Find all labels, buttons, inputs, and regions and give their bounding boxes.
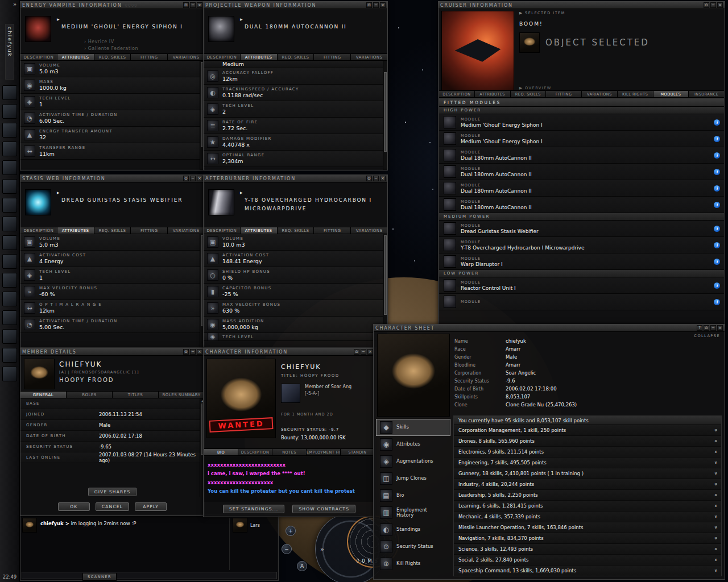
skill-group-row[interactable]: Leadership, 5 skills, 2,250 points »: [454, 490, 721, 501]
minimize-icon[interactable]: −: [190, 2, 196, 8]
tab-description[interactable]: DESCRIPTION: [204, 54, 241, 60]
scrollbar-thumb[interactable]: [384, 235, 387, 315]
scrollbar[interactable]: [383, 61, 387, 170]
autocannon-item-icon[interactable]: [208, 16, 234, 42]
expand-chevron-icon[interactable]: »: [713, 515, 719, 518]
nav-item[interactable]: ◐ Standings: [376, 521, 450, 538]
window-titlebar[interactable]: CHARACTER SHEET ? ⊙ − ×: [374, 325, 725, 332]
tab-roles[interactable]: ROLES: [67, 392, 113, 398]
show-contracts-button[interactable]: SHOW CONTRACTS: [292, 505, 355, 513]
tab-modules[interactable]: MODULES: [653, 91, 689, 97]
minimize-icon[interactable]: −: [361, 349, 366, 355]
module-row[interactable]: MODULE Warp Disruptor I i: [439, 253, 724, 270]
skill-group-row[interactable]: Missile Launcher Operation, 7 skills, 16…: [454, 522, 721, 533]
minimize-icon[interactable]: −: [190, 176, 196, 181]
info-icon[interactable]: i: [714, 202, 720, 208]
neocom-character-name[interactable]: chiefyuk: [5, 24, 14, 80]
pin-icon[interactable]: ⊙: [183, 2, 189, 8]
nav-item[interactable]: ▤ Bio: [376, 487, 450, 504]
character-portrait[interactable]: WANTED: [206, 359, 276, 438]
nav-item[interactable]: ⊕ Kill Rights: [376, 555, 450, 572]
pin-icon[interactable]: ⊙: [183, 349, 189, 355]
tab-variations[interactable]: VARIATIONS: [582, 91, 618, 97]
expand-arrow-icon[interactable]: ▶: [57, 17, 60, 21]
stasis-webifier-item-icon[interactable]: [25, 189, 51, 215]
module-row-partial[interactable]: MODULE i: [439, 294, 724, 310]
chat-member[interactable]: Lars: [233, 518, 277, 533]
expand-chevron-icon[interactable]: »: [713, 504, 719, 508]
nav-item[interactable]: ⊙ Security Status: [376, 538, 450, 555]
set-standings-button[interactable]: SET STANDINGS...: [223, 505, 285, 513]
nav-item[interactable]: ◆ Skills: [376, 419, 450, 436]
member-avatar[interactable]: [233, 518, 247, 533]
window-titlebar[interactable]: CRUISER INFORMATION ⊙ − ×: [439, 2, 725, 9]
cancel-button[interactable]: CANCEL: [96, 502, 129, 511]
skill-group-row[interactable]: Mechanic, 4 skills, 357,339 points »: [454, 512, 721, 522]
character-portrait[interactable]: [377, 334, 450, 417]
info-icon[interactable]: i: [714, 226, 720, 232]
module-row[interactable]: MODULE Medium 'Ghoul' Energy Siphon I i: [439, 114, 724, 131]
info-icon[interactable]: i: [714, 242, 720, 248]
tab-description[interactable]: DESCRIPTION: [20, 54, 57, 60]
skill-group-row[interactable]: Spaceship Command, 13 skills, 1,669,030 …: [454, 566, 721, 576]
skill-group-row[interactable]: Gunnery, 18 skills, 2,410,801 points ( 1…: [454, 468, 721, 479]
expand-chevron-icon[interactable]: »: [713, 526, 719, 529]
tab-general[interactable]: GENERAL: [20, 392, 67, 398]
apply-button[interactable]: APPLY: [135, 502, 167, 511]
info-icon[interactable]: i: [714, 136, 720, 142]
help-icon[interactable]: ?: [697, 325, 702, 331]
member-portrait[interactable]: [24, 359, 55, 389]
expand-chevron-icon[interactable]: »: [713, 472, 719, 475]
expand-chevron-icon[interactable]: »: [713, 450, 719, 454]
info-icon[interactable]: i: [714, 185, 720, 192]
expand-chevron-icon[interactable]: »: [713, 461, 719, 464]
expand-chevron-icon[interactable]: »: [713, 558, 719, 562]
tab-attributes[interactable]: ATTRIBUTES: [475, 91, 511, 97]
module-row[interactable]: MODULE Y-T8 Overcharged Hydrocarbon I Mi…: [439, 237, 724, 253]
nav-item[interactable]: ◈ Augmentations: [376, 453, 450, 470]
pin-icon[interactable]: ⊙: [704, 2, 709, 8]
pin-icon[interactable]: ⊙: [183, 176, 189, 181]
info-icon[interactable]: i: [714, 152, 720, 159]
tab-attributes[interactable]: ATTRIBUTES: [241, 54, 278, 60]
tab-description[interactable]: DESCRIPTION: [204, 227, 241, 234]
nav-item[interactable]: ◫ Jump Clones: [376, 470, 450, 487]
tab-req-skills[interactable]: REQ. SKILLS: [278, 227, 315, 234]
energy-siphon-item-icon[interactable]: [25, 16, 51, 42]
tab-fitting[interactable]: FITTING: [314, 227, 351, 234]
close-icon[interactable]: ×: [197, 349, 202, 355]
close-icon[interactable]: ×: [717, 325, 723, 331]
tab-description[interactable]: DESCRIPTION: [20, 227, 57, 234]
tab-notes[interactable]: NOTES: [272, 449, 307, 455]
tab-req-skills[interactable]: REQ. SKILLS: [94, 54, 131, 60]
window-titlebar[interactable]: CHARACTER INFORMATION ⊙ − ×: [204, 348, 375, 356]
scanner-window-collapsed[interactable]: SCANNER: [82, 573, 117, 581]
selected-object-thumbnail[interactable]: [519, 32, 540, 53]
minimize-icon[interactable]: −: [373, 176, 379, 181]
expand-arrow-icon[interactable]: ▶: [240, 190, 243, 194]
skill-group-row[interactable]: Navigation, 7 skills, 834,370 points »: [454, 533, 721, 544]
tab-employment-history[interactable]: EMPLOYMENT HISTORY: [307, 449, 341, 455]
tab-description[interactable]: DESCRIPTION: [238, 449, 272, 455]
skill-group-row[interactable]: Engineering, 7 skills, 495,505 points »: [454, 458, 721, 468]
minimize-icon[interactable]: −: [710, 2, 716, 8]
tab-standings[interactable]: STANDIN: [341, 449, 374, 455]
tab-description[interactable]: DESCRIPTION: [439, 91, 475, 97]
close-icon[interactable]: ×: [197, 2, 202, 8]
window-titlebar[interactable]: AFTERBURNER INFORMATION ⊙ − ×: [204, 175, 387, 182]
pin-icon[interactable]: ⊙: [354, 349, 359, 355]
module-row[interactable]: MODULE Dual 180mm AutoCannon II i: [439, 197, 724, 213]
info-icon[interactable]: i: [714, 282, 720, 289]
give-shares-button[interactable]: GIVE SHARES: [88, 488, 137, 496]
window-titlebar[interactable]: ENERGY VAMPIRE INFORMATION ▽▽▽▽ ⊙ − ×: [20, 2, 204, 9]
tab-fitting[interactable]: FITTING: [131, 227, 168, 234]
tab-roles-summary[interactable]: ROLES SUMMARY: [159, 392, 204, 398]
chat-author[interactable]: chiefyuk >: [40, 521, 69, 526]
expand-chevron-icon[interactable]: »: [713, 569, 719, 572]
module-row[interactable]: MODULE Dual 180mm AutoCannon II i: [439, 147, 724, 164]
chat-avatar[interactable]: [22, 518, 37, 533]
tab-req-skills[interactable]: REQ. SKILLS: [94, 227, 131, 234]
window-titlebar[interactable]: PROJECTILE WEAPON INFORMATION ⊙ − ×: [204, 2, 387, 9]
minimize-icon[interactable]: −: [190, 349, 196, 355]
close-icon[interactable]: ×: [380, 176, 386, 181]
